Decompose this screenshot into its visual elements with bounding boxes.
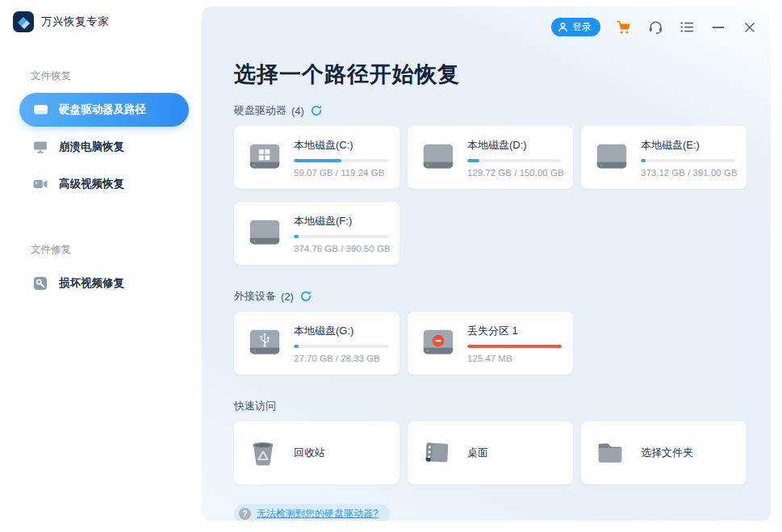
sidebar-item-video-repair[interactable]: 损坏视频修复 [19,266,189,300]
nav-section-file-repair: 文件修复 [31,243,189,257]
main-panel: 登录 [202,6,771,521]
drive-card-e[interactable]: 本地磁盘(E:) 373.12 GB / 391.00 GB [581,126,746,189]
hard-disk-icon [420,140,457,175]
drive-size: 374.76 GB / 390.50 GB [294,244,388,253]
question-icon: ? [239,508,251,520]
drive-card-g[interactable]: 本地磁盘(G:) 27.70 GB / 28.33 GB [234,312,399,375]
drive-size: 129.72 GB / 150.00 GB [467,168,562,178]
drive-name: 本地磁盘(F:) [294,214,388,228]
sidebar: 万兴恢复专家 文件恢复 硬盘驱动器及路径 崩溃电脑恢复 [0,0,202,532]
usage-bar [467,345,562,348]
sidebar-item-label: 高级视频恢复 [59,177,124,191]
sidebar-nav: 文件恢复 硬盘驱动器及路径 崩溃电脑恢复 [0,69,202,300]
external-grid: 本地磁盘(G:) 27.70 GB / 28.33 GB 丢失分区 [234,312,771,375]
cart-icon[interactable] [616,19,632,36]
drive-name: 本地磁盘(E:) [641,138,735,153]
help-row: ? 无法检测到您的硬盘驱动器? [234,504,771,521]
sidebar-item-label: 崩溃电脑恢复 [59,140,124,154]
login-label: 登录 [572,20,592,34]
drive-name: 丢失分区 1 [467,324,562,338]
hard-drives-grid: 本地磁盘(C:) 59.07 GB / 119.24 GB 本地磁盘(D:) [234,126,771,265]
recycle-bin-icon [246,436,280,470]
sidebar-item-crashed-computer[interactable]: 崩溃电脑恢复 [19,130,189,164]
drive-size: 27.70 GB / 28.33 GB [294,354,388,363]
refresh-icon[interactable] [311,105,322,116]
sidebar-item-advanced-video[interactable]: 高级视频恢复 [19,167,189,201]
quick-access-item-label: 桌面 [467,446,488,460]
drive-card-f[interactable]: 本地磁盘(F:) 374.76 GB / 390.50 GB [234,202,399,265]
hard-disk-icon [246,216,283,251]
lost-partition-card[interactable]: 丢失分区 1 125.47 MB [408,312,573,375]
drive-card-d[interactable]: 本地磁盘(D:) 129.72 GB / 150.00 GB [408,126,573,189]
external-section-header: 外接设备 (2) [234,289,771,304]
menu-list-icon[interactable] [679,19,695,36]
drive-name: 本地磁盘(G:) [294,324,388,338]
sidebar-item-label: 硬盘驱动器及路径 [59,103,146,117]
select-folder-card[interactable]: 选择文件夹 [581,421,746,484]
main-content: 选择一个路径开始恢复 硬盘驱动器 (4) [202,6,771,521]
titlebar-controls: 登录 [551,18,758,36]
quick-access-grid: 回收站 桌面 [234,421,771,484]
hard-drive-icon [32,103,48,117]
desktop-icon [420,436,454,470]
external-label: 外接设备 [234,289,276,304]
close-icon[interactable] [742,19,758,36]
quick-access-item-label: 回收站 [294,446,325,460]
quick-access-section-header: 快速访问 [234,399,771,413]
app-title: 万兴恢复专家 [41,15,109,29]
refresh-icon[interactable] [300,291,312,302]
drive-size: 373.12 GB / 391.00 GB [641,168,735,178]
lost-partition-icon [420,325,457,361]
quick-access-label: 快速访问 [234,399,276,413]
user-icon [558,22,568,32]
drive-name: 本地磁盘(D:) [467,138,562,153]
support-headset-icon[interactable] [647,19,663,36]
recycle-bin-card[interactable]: 回收站 [234,421,399,484]
drive-card-c[interactable]: 本地磁盘(C:) 59.07 GB / 119.24 GB [234,126,399,189]
minimize-icon[interactable] [710,19,726,36]
drive-name: 本地磁盘(C:) [294,138,388,153]
usage-bar [641,159,735,162]
sidebar-item-hard-drives[interactable]: 硬盘驱动器及路径 [19,93,189,127]
app-logo-row: 万兴恢复专家 [0,0,202,32]
usage-bar [294,345,388,348]
page-title: 选择一个路径开始恢复 [234,58,771,90]
usage-bar [294,235,388,238]
usb-drive-icon [246,325,283,361]
hard-disk-windows-icon [246,140,283,175]
repair-wrench-icon [32,276,48,291]
login-button[interactable]: 登录 [551,18,600,36]
hard-disk-icon [593,140,630,175]
desktop-card[interactable]: 桌面 [408,421,573,484]
drive-size: 59.07 GB / 119.24 GB [294,168,388,178]
nav-section-file-recovery: 文件恢复 [31,69,189,83]
hard-drives-label: 硬盘驱动器 [234,103,286,118]
drive-not-detected-link[interactable]: ? 无法检测到您的硬盘驱动器? [234,504,390,521]
hard-drives-count: (4) [291,105,304,117]
sidebar-item-label: 损坏视频修复 [59,276,124,291]
usage-bar [467,159,562,162]
video-camera-icon [32,177,48,191]
help-link-text: 无法检测到您的硬盘驱动器? [257,507,378,521]
usage-bar [294,159,388,162]
quick-access-item-label: 选择文件夹 [641,446,693,460]
external-count: (2) [281,291,294,303]
app-logo-icon [13,11,34,32]
folder-icon [593,436,627,470]
drive-size: 125.47 MB [467,354,562,363]
monitor-icon [32,140,48,154]
hard-drives-section-header: 硬盘驱动器 (4) [234,103,771,118]
